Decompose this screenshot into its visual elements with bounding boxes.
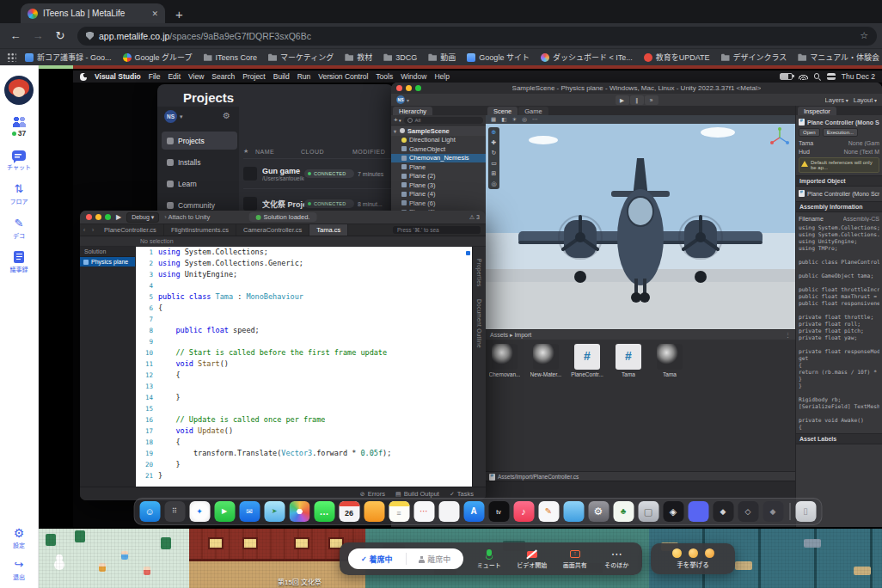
photos[interactable] [289,501,309,522]
plant-app[interactable]: ♣ [613,501,634,522]
safari[interactable]: ✦ [189,501,210,522]
reload-button[interactable]: ↻ [50,29,70,42]
tab-nav-forward-icon[interactable]: › [89,226,97,234]
menu-item[interactable]: Window [401,72,426,81]
zoom-window-button[interactable] [415,85,421,91]
hub-nav-item[interactable]: Learn [162,175,237,193]
hierarchy-item[interactable]: Directional Light [391,136,486,145]
sidebar-item[interactable]: チャット [7,150,31,171]
scale-tool-icon[interactable] [488,158,499,168]
hierarchy-item[interactable]: GameObject [391,144,486,154]
minimize-window-button[interactable] [406,85,412,91]
sidebar-item[interactable]: フロア [10,182,28,205]
rotate-tool-icon[interactable] [488,148,499,158]
menu-item[interactable]: Version Control [318,72,368,81]
hierarchy-item[interactable]: Chemovan_Nemesis [391,154,486,163]
menu-item[interactable]: Edit [168,72,181,81]
apple-menu-icon[interactable] [80,73,87,81]
docked-pad-tab[interactable]: Document Outline [476,299,482,348]
bookmark-item[interactable]: 教育をUPDATE [644,52,710,63]
menu-item[interactable]: File [149,72,161,81]
tab-nav-back-icon[interactable]: ‹ [80,226,89,234]
control-center-icon[interactable] [827,73,836,80]
asset-item[interactable]: New-Mater... [529,344,563,377]
unity-hub[interactable]: ◆ [713,501,733,522]
bookmark-item[interactable]: Google グループ [123,52,193,63]
hub-nav-item[interactable]: Installs [162,153,237,171]
pause-button[interactable]: ∥ [630,95,644,105]
notes[interactable]: ≡ [389,501,409,522]
bookmark-item[interactable]: 動画 [428,52,456,63]
inspector-field[interactable]: Hud None (Text M [799,147,879,156]
bookmark-item[interactable]: 3DCG [383,52,417,63]
code-editor[interactable]: 1using System.Collections;2using System.… [136,247,472,487]
close-tab-icon[interactable]: ✕ [151,9,158,18]
minimize-window-button[interactable] [95,214,101,220]
bookmark-star-icon[interactable]: ☆ [860,30,868,41]
apps-grid-icon[interactable] [7,52,16,62]
battery-icon[interactable] [780,73,793,80]
inspector-button[interactable]: Open [799,128,820,137]
gizmos-toggle-icon[interactable] [522,116,527,123]
map-character[interactable] [121,551,128,560]
inspector-field[interactable]: Tama None (Gam [799,138,879,147]
project-row[interactable]: Gun game /Users/santoueiko/Gun ... CONNE… [243,158,394,188]
hub-account-chip[interactable]: NS [164,110,183,123]
maps[interactable]: ➤ [264,501,285,522]
spotlight-search-icon[interactable] [814,73,821,80]
bookmark-item[interactable]: ダッシュボード < ITe... [541,52,633,63]
raised-hands-emoji[interactable] [672,548,682,558]
menu-item[interactable]: Run [297,72,311,81]
unity[interactable]: ◈ [663,501,683,522]
wifi-icon[interactable] [799,74,808,80]
hierarchy-item[interactable]: Plane (6) [391,199,486,208]
reminders[interactable]: ⋯ [413,501,434,522]
menu-bar-clock[interactable]: Thu Dec 2 [842,72,875,81]
editor-tab[interactable]: CameraController.cs [236,224,309,236]
inspector-tab[interactable]: Inspector [798,107,836,115]
gray-app[interactable]: ▢ [638,501,658,522]
bookmark-item[interactable]: ITeens Core [204,52,258,63]
notifications-badge[interactable]: 3 [469,214,480,221]
global-search-input[interactable]: Press '⌘.' to sea [393,226,481,234]
video-off[interactable]: ビデオ開始 [517,548,547,569]
close-window-button[interactable] [86,214,92,220]
unity-editor[interactable]: ◇ [738,501,758,522]
away-toggle[interactable]: 離席中 [407,554,464,565]
asset-item[interactable]: Tama [611,344,646,377]
goodnotes[interactable]: ✎ [538,501,559,522]
cube-app[interactable]: ◆ [763,501,783,522]
debug-config-dropdown[interactable]: Debug ▾ [126,212,159,223]
menu-app-name[interactable]: Visual Studio [95,72,141,81]
map-character[interactable] [144,567,150,575]
step-button[interactable]: » [645,95,658,105]
editor-tab[interactable]: PlaneController.cs [97,224,164,236]
site-info-shield-icon[interactable] [86,32,94,40]
more[interactable]: そのほか [603,548,630,569]
back-button[interactable]: ← [5,29,26,42]
editor-tab[interactable]: Tama.cs [309,224,348,236]
raise-hand-button[interactable]: 手を挙げる [677,560,709,569]
browser-tab[interactable]: ITeens Lab | MetaLife ✕ [21,3,165,23]
trash[interactable]: ▯ [795,501,816,522]
play-button[interactable]: ▶ [616,95,629,105]
star-column-icon[interactable]: ★ [243,148,255,155]
freeform[interactable] [438,501,459,522]
hierarchy-item[interactable]: SampleScene [391,126,486,136]
sidebar-item[interactable]: 設定 [11,526,27,549]
messages[interactable]: … [314,501,334,522]
menu-item[interactable]: Search [211,72,235,81]
playgrounds[interactable] [364,501,384,522]
menu-item[interactable]: Project [242,72,265,81]
scene-viewport[interactable] [486,115,795,329]
docked-pad-tab[interactable]: Properties [476,259,482,287]
move-tool-icon[interactable] [488,138,499,148]
create-menu-button[interactable]: + [394,116,401,124]
screen-share-view[interactable]: Visual Studio FileEditViewSearchProjectB… [39,69,882,529]
hierarchy-item[interactable]: Plane (3) [391,181,486,190]
status-bar-item[interactable]: ▤ Build Output [395,490,439,498]
sketch[interactable] [563,501,584,522]
forward-button[interactable]: → [28,29,48,42]
url-bar[interactable]: app.metalife.co.jp /spaces/9aBa9eG7fDQRF… [77,27,877,46]
music[interactable]: ♪ [513,501,534,522]
